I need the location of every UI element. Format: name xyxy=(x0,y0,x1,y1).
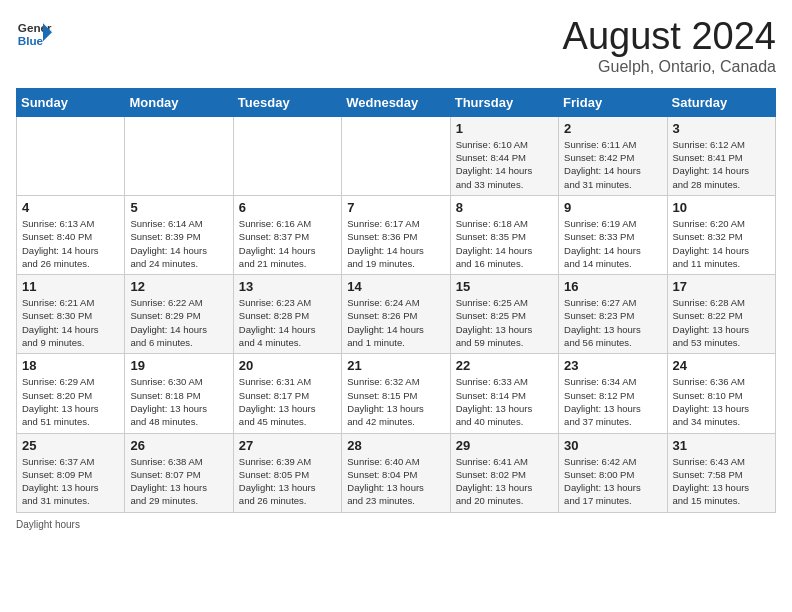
day-number: 19 xyxy=(130,358,227,373)
day-number: 10 xyxy=(673,200,770,215)
svg-text:Blue: Blue xyxy=(18,34,44,47)
day-number: 5 xyxy=(130,200,227,215)
day-info: Sunrise: 6:27 AM Sunset: 8:23 PM Dayligh… xyxy=(564,296,661,349)
day-info: Sunrise: 6:42 AM Sunset: 8:00 PM Dayligh… xyxy=(564,455,661,508)
day-info: Sunrise: 6:14 AM Sunset: 8:39 PM Dayligh… xyxy=(130,217,227,270)
day-info: Sunrise: 6:19 AM Sunset: 8:33 PM Dayligh… xyxy=(564,217,661,270)
day-info: Sunrise: 6:17 AM Sunset: 8:36 PM Dayligh… xyxy=(347,217,444,270)
day-number: 21 xyxy=(347,358,444,373)
calendar-cell: 18Sunrise: 6:29 AM Sunset: 8:20 PM Dayli… xyxy=(17,354,125,433)
weekday-header: Friday xyxy=(559,88,667,116)
calendar-cell: 4Sunrise: 6:13 AM Sunset: 8:40 PM Daylig… xyxy=(17,195,125,274)
day-info: Sunrise: 6:12 AM Sunset: 8:41 PM Dayligh… xyxy=(673,138,770,191)
calendar-cell: 5Sunrise: 6:14 AM Sunset: 8:39 PM Daylig… xyxy=(125,195,233,274)
calendar-cell: 30Sunrise: 6:42 AM Sunset: 8:00 PM Dayli… xyxy=(559,433,667,512)
calendar-cell: 25Sunrise: 6:37 AM Sunset: 8:09 PM Dayli… xyxy=(17,433,125,512)
calendar-cell: 15Sunrise: 6:25 AM Sunset: 8:25 PM Dayli… xyxy=(450,275,558,354)
calendar-cell: 21Sunrise: 6:32 AM Sunset: 8:15 PM Dayli… xyxy=(342,354,450,433)
calendar-cell: 23Sunrise: 6:34 AM Sunset: 8:12 PM Dayli… xyxy=(559,354,667,433)
day-info: Sunrise: 6:28 AM Sunset: 8:22 PM Dayligh… xyxy=(673,296,770,349)
calendar-cell: 3Sunrise: 6:12 AM Sunset: 8:41 PM Daylig… xyxy=(667,116,775,195)
day-info: Sunrise: 6:33 AM Sunset: 8:14 PM Dayligh… xyxy=(456,375,553,428)
calendar-cell: 9Sunrise: 6:19 AM Sunset: 8:33 PM Daylig… xyxy=(559,195,667,274)
day-number: 7 xyxy=(347,200,444,215)
calendar-week-row: 11Sunrise: 6:21 AM Sunset: 8:30 PM Dayli… xyxy=(17,275,776,354)
calendar-table: SundayMondayTuesdayWednesdayThursdayFrid… xyxy=(16,88,776,513)
day-info: Sunrise: 6:38 AM Sunset: 8:07 PM Dayligh… xyxy=(130,455,227,508)
day-number: 3 xyxy=(673,121,770,136)
day-number: 30 xyxy=(564,438,661,453)
calendar-cell xyxy=(17,116,125,195)
calendar-cell: 31Sunrise: 6:43 AM Sunset: 7:58 PM Dayli… xyxy=(667,433,775,512)
calendar-cell: 24Sunrise: 6:36 AM Sunset: 8:10 PM Dayli… xyxy=(667,354,775,433)
calendar-cell: 10Sunrise: 6:20 AM Sunset: 8:32 PM Dayli… xyxy=(667,195,775,274)
day-info: Sunrise: 6:16 AM Sunset: 8:37 PM Dayligh… xyxy=(239,217,336,270)
calendar-cell: 8Sunrise: 6:18 AM Sunset: 8:35 PM Daylig… xyxy=(450,195,558,274)
weekday-header: Thursday xyxy=(450,88,558,116)
day-number: 18 xyxy=(22,358,119,373)
calendar-cell: 6Sunrise: 6:16 AM Sunset: 8:37 PM Daylig… xyxy=(233,195,341,274)
logo-icon: General Blue xyxy=(16,16,52,52)
calendar-cell: 28Sunrise: 6:40 AM Sunset: 8:04 PM Dayli… xyxy=(342,433,450,512)
calendar-cell: 7Sunrise: 6:17 AM Sunset: 8:36 PM Daylig… xyxy=(342,195,450,274)
day-info: Sunrise: 6:24 AM Sunset: 8:26 PM Dayligh… xyxy=(347,296,444,349)
day-number: 25 xyxy=(22,438,119,453)
day-number: 2 xyxy=(564,121,661,136)
calendar-cell: 17Sunrise: 6:28 AM Sunset: 8:22 PM Dayli… xyxy=(667,275,775,354)
day-number: 13 xyxy=(239,279,336,294)
weekday-header: Wednesday xyxy=(342,88,450,116)
calendar-cell: 19Sunrise: 6:30 AM Sunset: 8:18 PM Dayli… xyxy=(125,354,233,433)
calendar-cell xyxy=(342,116,450,195)
day-number: 22 xyxy=(456,358,553,373)
calendar-cell: 29Sunrise: 6:41 AM Sunset: 8:02 PM Dayli… xyxy=(450,433,558,512)
day-number: 16 xyxy=(564,279,661,294)
day-number: 15 xyxy=(456,279,553,294)
calendar-week-row: 25Sunrise: 6:37 AM Sunset: 8:09 PM Dayli… xyxy=(17,433,776,512)
day-info: Sunrise: 6:39 AM Sunset: 8:05 PM Dayligh… xyxy=(239,455,336,508)
weekday-header: Saturday xyxy=(667,88,775,116)
calendar-cell: 20Sunrise: 6:31 AM Sunset: 8:17 PM Dayli… xyxy=(233,354,341,433)
day-info: Sunrise: 6:43 AM Sunset: 7:58 PM Dayligh… xyxy=(673,455,770,508)
calendar-week-row: 1Sunrise: 6:10 AM Sunset: 8:44 PM Daylig… xyxy=(17,116,776,195)
calendar-cell: 26Sunrise: 6:38 AM Sunset: 8:07 PM Dayli… xyxy=(125,433,233,512)
day-number: 28 xyxy=(347,438,444,453)
logo: General Blue xyxy=(16,16,52,52)
day-info: Sunrise: 6:40 AM Sunset: 8:04 PM Dayligh… xyxy=(347,455,444,508)
day-info: Sunrise: 6:31 AM Sunset: 8:17 PM Dayligh… xyxy=(239,375,336,428)
day-info: Sunrise: 6:41 AM Sunset: 8:02 PM Dayligh… xyxy=(456,455,553,508)
day-info: Sunrise: 6:18 AM Sunset: 8:35 PM Dayligh… xyxy=(456,217,553,270)
title-block: August 2024 Guelph, Ontario, Canada xyxy=(563,16,776,76)
calendar-cell: 27Sunrise: 6:39 AM Sunset: 8:05 PM Dayli… xyxy=(233,433,341,512)
page-header: General Blue August 2024 Guelph, Ontario… xyxy=(16,16,776,76)
weekday-header: Monday xyxy=(125,88,233,116)
day-number: 11 xyxy=(22,279,119,294)
day-number: 6 xyxy=(239,200,336,215)
weekday-header-row: SundayMondayTuesdayWednesdayThursdayFrid… xyxy=(17,88,776,116)
day-number: 17 xyxy=(673,279,770,294)
calendar-cell: 12Sunrise: 6:22 AM Sunset: 8:29 PM Dayli… xyxy=(125,275,233,354)
day-number: 31 xyxy=(673,438,770,453)
day-number: 27 xyxy=(239,438,336,453)
calendar-cell: 1Sunrise: 6:10 AM Sunset: 8:44 PM Daylig… xyxy=(450,116,558,195)
footer-label: Daylight hours xyxy=(16,519,80,530)
day-info: Sunrise: 6:36 AM Sunset: 8:10 PM Dayligh… xyxy=(673,375,770,428)
calendar-cell: 16Sunrise: 6:27 AM Sunset: 8:23 PM Dayli… xyxy=(559,275,667,354)
day-number: 4 xyxy=(22,200,119,215)
weekday-header: Tuesday xyxy=(233,88,341,116)
day-info: Sunrise: 6:21 AM Sunset: 8:30 PM Dayligh… xyxy=(22,296,119,349)
day-number: 24 xyxy=(673,358,770,373)
day-info: Sunrise: 6:37 AM Sunset: 8:09 PM Dayligh… xyxy=(22,455,119,508)
day-number: 29 xyxy=(456,438,553,453)
day-number: 8 xyxy=(456,200,553,215)
calendar-cell: 13Sunrise: 6:23 AM Sunset: 8:28 PM Dayli… xyxy=(233,275,341,354)
calendar-week-row: 18Sunrise: 6:29 AM Sunset: 8:20 PM Dayli… xyxy=(17,354,776,433)
month-title: August 2024 xyxy=(563,16,776,58)
day-number: 9 xyxy=(564,200,661,215)
day-info: Sunrise: 6:32 AM Sunset: 8:15 PM Dayligh… xyxy=(347,375,444,428)
day-number: 12 xyxy=(130,279,227,294)
calendar-cell: 22Sunrise: 6:33 AM Sunset: 8:14 PM Dayli… xyxy=(450,354,558,433)
day-info: Sunrise: 6:34 AM Sunset: 8:12 PM Dayligh… xyxy=(564,375,661,428)
calendar-cell: 14Sunrise: 6:24 AM Sunset: 8:26 PM Dayli… xyxy=(342,275,450,354)
day-number: 1 xyxy=(456,121,553,136)
day-info: Sunrise: 6:25 AM Sunset: 8:25 PM Dayligh… xyxy=(456,296,553,349)
